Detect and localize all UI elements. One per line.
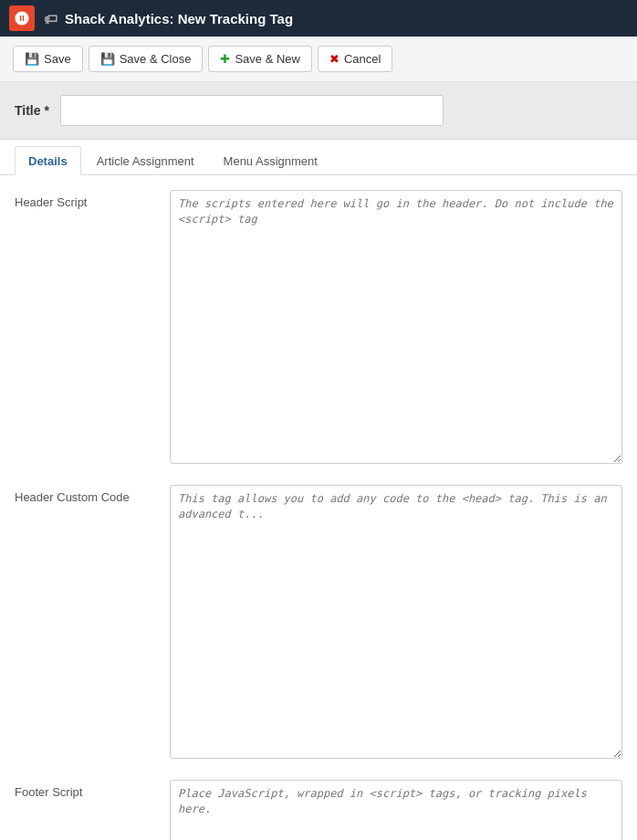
tabs-bar: Details Article Assignment Menu Assignme… <box>0 140 637 175</box>
content-area: Header Script Header Custom Code Footer … <box>0 175 637 840</box>
header-script-field: Header Script <box>15 190 622 467</box>
tab-details[interactable]: Details <box>15 146 81 175</box>
header-custom-code-label: Header Custom Code <box>15 485 161 504</box>
tag-icon: 🏷 <box>44 11 57 26</box>
header-script-textarea[interactable] <box>170 190 622 464</box>
joomla-logo <box>9 5 35 31</box>
footer-script-control <box>170 780 622 840</box>
tab-article-assignment[interactable]: Article Assignment <box>83 146 208 175</box>
header-script-label: Header Script <box>15 190 161 209</box>
title-row: Title * <box>0 82 637 140</box>
save-icon: 💾 <box>25 52 39 66</box>
save-button[interactable]: 💾 Save <box>13 46 83 72</box>
cancel-button[interactable]: ✖ Cancel <box>318 46 392 72</box>
header-custom-code-control <box>170 485 622 761</box>
title-input[interactable] <box>60 95 444 126</box>
top-bar: 🏷 Shack Analytics: New Tracking Tag <box>0 0 637 37</box>
footer-script-textarea[interactable] <box>170 780 622 840</box>
header-custom-code-textarea[interactable] <box>170 485 622 759</box>
toolbar: 💾 Save 💾 Save & Close ✚ Save & New ✖ Can… <box>0 37 637 82</box>
cancel-icon: ✖ <box>329 52 339 66</box>
tab-menu-assignment[interactable]: Menu Assignment <box>210 146 331 175</box>
save-close-icon: 💾 <box>100 52 115 66</box>
plus-icon: ✚ <box>220 52 230 66</box>
header-custom-code-field: Header Custom Code <box>15 485 622 761</box>
title-label: Title * <box>15 103 49 118</box>
header-script-control <box>170 190 622 467</box>
footer-script-field: Footer Script <box>15 780 622 840</box>
save-close-button[interactable]: 💾 Save & Close <box>89 46 204 72</box>
save-new-button[interactable]: ✚ Save & New <box>208 46 312 72</box>
page-title: 🏷 Shack Analytics: New Tracking Tag <box>44 11 293 26</box>
footer-script-label: Footer Script <box>15 780 161 799</box>
